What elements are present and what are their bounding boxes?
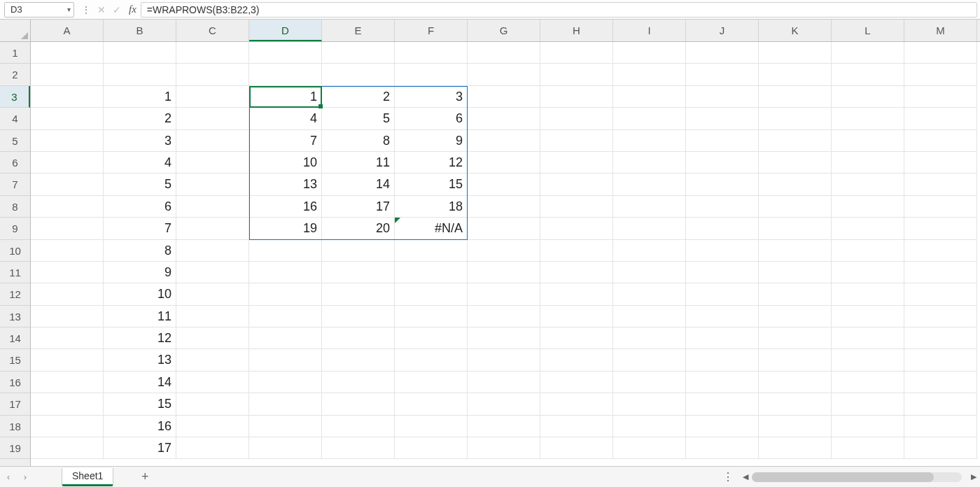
cell-A15[interactable] bbox=[31, 349, 104, 371]
more-options-icon[interactable]: ⋮ bbox=[78, 2, 94, 17]
cell-H7[interactable] bbox=[540, 174, 613, 195]
cell-B16[interactable]: 14 bbox=[104, 372, 176, 393]
cell-C5[interactable] bbox=[176, 130, 249, 152]
cell-J16[interactable] bbox=[686, 372, 759, 393]
cell-J14[interactable] bbox=[686, 327, 759, 349]
cell-E18[interactable] bbox=[322, 416, 395, 437]
cell-B6[interactable]: 4 bbox=[104, 152, 176, 174]
cell-E17[interactable] bbox=[322, 393, 395, 415]
cell-L19[interactable] bbox=[832, 437, 904, 459]
cell-J6[interactable] bbox=[686, 152, 759, 174]
cell-C10[interactable] bbox=[176, 240, 249, 262]
scrollbar-thumb[interactable] bbox=[752, 472, 934, 482]
cell-H13[interactable] bbox=[540, 306, 613, 327]
cell-A6[interactable] bbox=[31, 152, 104, 174]
row-header-14[interactable]: 14 bbox=[0, 327, 30, 349]
cell-B13[interactable]: 11 bbox=[104, 306, 176, 327]
cell-M6[interactable] bbox=[904, 152, 977, 174]
cell-L10[interactable] bbox=[832, 240, 904, 262]
row-header-7[interactable]: 7 bbox=[0, 174, 30, 195]
cell-B9[interactable]: 7 bbox=[104, 218, 176, 239]
cell-E5[interactable]: 8 bbox=[322, 130, 395, 152]
row-header-5[interactable]: 5 bbox=[0, 130, 30, 152]
cell-E1[interactable] bbox=[322, 42, 395, 64]
cell-G14[interactable] bbox=[468, 327, 540, 349]
cell-I16[interactable] bbox=[613, 372, 686, 393]
cell-H15[interactable] bbox=[540, 349, 613, 371]
cell-D14[interactable] bbox=[249, 327, 322, 349]
cell-A10[interactable] bbox=[31, 240, 104, 262]
cell-L15[interactable] bbox=[832, 349, 904, 371]
row-header-1[interactable]: 1 bbox=[0, 42, 30, 64]
cell-L11[interactable] bbox=[832, 262, 904, 283]
cell-F3[interactable]: 3 bbox=[395, 86, 468, 108]
cell-M11[interactable] bbox=[904, 262, 977, 283]
cells-area[interactable]: 11232456378941011125131415616171871920#N… bbox=[31, 42, 980, 466]
cell-J12[interactable] bbox=[686, 283, 759, 305]
cell-K16[interactable] bbox=[759, 372, 832, 393]
cell-B12[interactable]: 10 bbox=[104, 283, 176, 305]
cell-H6[interactable] bbox=[540, 152, 613, 174]
cell-L7[interactable] bbox=[832, 174, 904, 195]
add-sheet-button[interactable]: + bbox=[134, 467, 155, 488]
cell-I15[interactable] bbox=[613, 349, 686, 371]
cell-L2[interactable] bbox=[832, 64, 904, 85]
cell-B18[interactable]: 16 bbox=[104, 416, 176, 437]
cell-M8[interactable] bbox=[904, 196, 977, 218]
cell-K7[interactable] bbox=[759, 174, 832, 195]
cell-A16[interactable] bbox=[31, 372, 104, 393]
cell-L9[interactable] bbox=[832, 218, 904, 239]
row-header-15[interactable]: 15 bbox=[0, 349, 30, 371]
hscroll-left-icon[interactable]: ◀ bbox=[739, 471, 752, 484]
cell-M10[interactable] bbox=[904, 240, 977, 262]
cell-G9[interactable] bbox=[468, 218, 540, 239]
cell-J4[interactable] bbox=[686, 108, 759, 129]
cell-I1[interactable] bbox=[613, 42, 686, 64]
row-header-18[interactable]: 18 bbox=[0, 416, 30, 437]
cell-C6[interactable] bbox=[176, 152, 249, 174]
cell-J2[interactable] bbox=[686, 64, 759, 85]
fx-icon[interactable]: fx bbox=[125, 3, 141, 15]
cell-D19[interactable] bbox=[249, 437, 322, 459]
cell-L14[interactable] bbox=[832, 327, 904, 349]
cell-H1[interactable] bbox=[540, 42, 613, 64]
cell-I17[interactable] bbox=[613, 393, 686, 415]
formula-input[interactable]: =WRAPROWS(B3:B22,3) bbox=[141, 2, 977, 17]
cell-E4[interactable]: 5 bbox=[322, 108, 395, 129]
cell-K8[interactable] bbox=[759, 196, 832, 218]
cell-K13[interactable] bbox=[759, 306, 832, 327]
cell-C7[interactable] bbox=[176, 174, 249, 195]
cell-K9[interactable] bbox=[759, 218, 832, 239]
cell-B11[interactable]: 9 bbox=[104, 262, 176, 283]
row-header-13[interactable]: 13 bbox=[0, 306, 30, 327]
cell-A18[interactable] bbox=[31, 416, 104, 437]
cell-F7[interactable]: 15 bbox=[395, 174, 468, 195]
cell-J11[interactable] bbox=[686, 262, 759, 283]
cell-I11[interactable] bbox=[613, 262, 686, 283]
cell-F5[interactable]: 9 bbox=[395, 130, 468, 152]
cell-K1[interactable] bbox=[759, 42, 832, 64]
cell-M13[interactable] bbox=[904, 306, 977, 327]
cell-G8[interactable] bbox=[468, 196, 540, 218]
sheet-options-icon[interactable]: ⋮ bbox=[717, 470, 739, 484]
cell-H3[interactable] bbox=[540, 86, 613, 108]
cell-J10[interactable] bbox=[686, 240, 759, 262]
cell-M7[interactable] bbox=[904, 174, 977, 195]
cell-J19[interactable] bbox=[686, 437, 759, 459]
cell-D17[interactable] bbox=[249, 393, 322, 415]
cell-M17[interactable] bbox=[904, 393, 977, 415]
cell-A7[interactable] bbox=[31, 174, 104, 195]
cancel-formula-icon[interactable]: ✕ bbox=[94, 2, 109, 17]
cell-B14[interactable]: 12 bbox=[104, 327, 176, 349]
cell-C11[interactable] bbox=[176, 262, 249, 283]
cell-K6[interactable] bbox=[759, 152, 832, 174]
cell-C12[interactable] bbox=[176, 283, 249, 305]
cell-D5[interactable]: 7 bbox=[249, 130, 322, 152]
cell-L4[interactable] bbox=[832, 108, 904, 129]
cell-C19[interactable] bbox=[176, 437, 249, 459]
column-header-L[interactable]: L bbox=[832, 20, 904, 41]
cell-G19[interactable] bbox=[468, 437, 540, 459]
cell-K4[interactable] bbox=[759, 108, 832, 129]
cell-G2[interactable] bbox=[468, 64, 540, 85]
cell-E16[interactable] bbox=[322, 372, 395, 393]
